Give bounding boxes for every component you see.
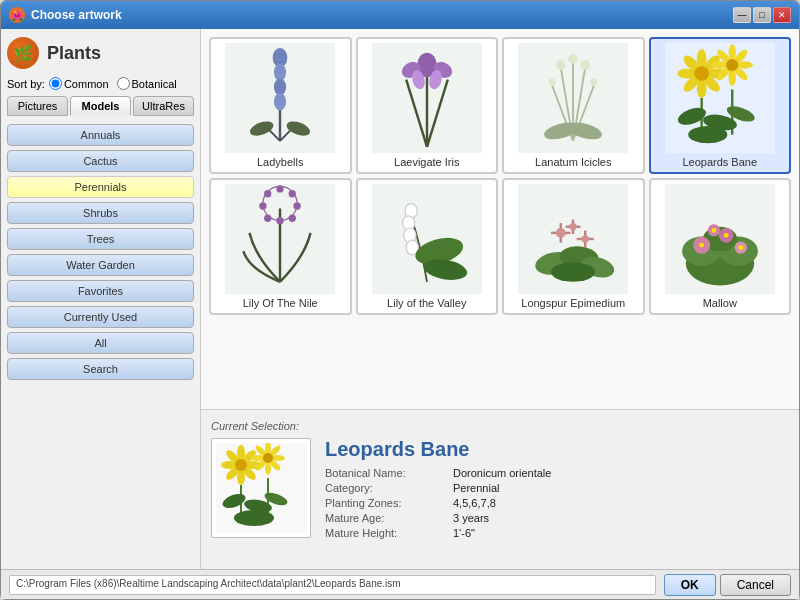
thumb-lily-of-valley (372, 184, 482, 294)
svg-point-98 (699, 243, 704, 248)
selection-content: Leopards Bane Botanical Name: Doronicum … (211, 438, 789, 539)
info-label-zones: Planting Zones: (325, 497, 445, 509)
info-label-category: Category: (325, 482, 445, 494)
sidebar-title: Plants (47, 43, 101, 64)
minimize-button[interactable]: — (733, 7, 751, 23)
grid-item-mallow[interactable]: Mallow (649, 178, 792, 315)
sidebar-item-annuals[interactable]: Annuals (7, 124, 194, 146)
window-icon: 🌺 (9, 7, 25, 23)
svg-point-67 (264, 190, 271, 197)
svg-point-60 (277, 185, 284, 192)
selection-panel: Current Selection: (201, 409, 799, 569)
svg-point-64 (277, 217, 284, 224)
sidebar-item-currently-used[interactable]: Currently Used (7, 306, 194, 328)
sidebar-item-cactus[interactable]: Cactus (7, 150, 194, 172)
content-area: 🌿 Plants Sort by: Common Botanical (1, 29, 799, 569)
label-leopards-bane: Leopards Bane (682, 156, 757, 168)
info-value-zones: 4,5,6,7,8 (453, 497, 789, 509)
info-value-age: 3 years (453, 512, 789, 524)
grid-item-leopards-bane[interactable]: Leopards Bane (649, 37, 792, 174)
selection-plant-name: Leopards Bane (325, 438, 789, 461)
grid-item-lanatum-icicles[interactable]: Lanatum Icicles (502, 37, 645, 174)
info-label-botanical: Botanical Name: (325, 467, 445, 479)
svg-point-41 (694, 66, 709, 81)
svg-point-25 (556, 60, 566, 70)
thumb-leopards-bane (665, 43, 775, 153)
svg-point-29 (590, 78, 597, 85)
selection-title-label: Current Selection: (211, 420, 789, 432)
plant-grid: Ladybells (201, 29, 799, 409)
selection-thumbnail (211, 438, 311, 538)
sidebar-item-trees[interactable]: Trees (7, 228, 194, 250)
svg-point-85 (582, 235, 589, 242)
svg-point-126 (234, 510, 274, 526)
svg-point-26 (568, 54, 578, 64)
thumb-lily-of-nile (225, 184, 335, 294)
label-lily-of-nile: Lily Of The Nile (243, 297, 318, 309)
svg-point-66 (259, 202, 266, 209)
sort-botanical[interactable]: Botanical (117, 77, 177, 90)
plants-icon: 🌿 (7, 37, 39, 69)
info-table: Botanical Name: Doronicum orientale Cate… (325, 467, 789, 539)
grid-container: Ladybells (209, 37, 791, 315)
thumb-lanatum-icicles (518, 43, 628, 153)
sidebar: 🌿 Plants Sort by: Common Botanical (1, 29, 201, 569)
window-title: Choose artwork (31, 8, 122, 22)
svg-point-4 (274, 78, 286, 95)
title-bar: 🌺 Choose artwork — □ ✕ (1, 1, 799, 29)
action-buttons: OK Cancel (664, 574, 791, 596)
svg-point-27 (581, 60, 591, 70)
sort-row: Sort by: Common Botanical (7, 77, 194, 90)
grid-item-ladybells[interactable]: Ladybells (209, 37, 352, 174)
sidebar-item-all[interactable]: All (7, 332, 194, 354)
grid-item-lily-of-nile[interactable]: Lily Of The Nile (209, 178, 352, 315)
svg-point-120 (263, 453, 273, 463)
sort-options: Common Botanical (49, 77, 177, 90)
info-value-botanical: Doronicum orientale (453, 467, 789, 479)
sidebar-item-favorites[interactable]: Favorites (7, 280, 194, 302)
svg-point-3 (274, 64, 286, 81)
svg-point-61 (289, 190, 296, 197)
title-bar-left: 🌺 Choose artwork (9, 7, 122, 23)
selection-info: Leopards Bane Botanical Name: Doronicum … (325, 438, 789, 539)
sort-common-label: Common (64, 78, 109, 90)
tab-models[interactable]: Models (70, 96, 131, 116)
thumb-mallow (665, 184, 775, 294)
svg-point-5 (274, 93, 286, 110)
thumb-laevigate-iris (372, 43, 482, 153)
file-path: C:\Program Files (x86)\Realtime Landscap… (9, 575, 656, 595)
sort-botanical-label: Botanical (132, 78, 177, 90)
thumb-ladybells (225, 43, 335, 153)
label-mallow: Mallow (703, 297, 737, 309)
svg-point-62 (294, 202, 301, 209)
maximize-button[interactable]: □ (753, 7, 771, 23)
svg-point-63 (289, 215, 296, 222)
close-button[interactable]: ✕ (773, 7, 791, 23)
sort-label: Sort by: (7, 78, 45, 90)
sidebar-item-perennials[interactable]: Perennials (7, 176, 194, 198)
bottom-bar: C:\Program Files (x86)\Realtime Landscap… (1, 569, 799, 599)
svg-point-28 (549, 78, 556, 85)
main-window: 🌺 Choose artwork — □ ✕ 🌿 Plants Sort by:… (0, 0, 800, 600)
svg-point-79 (551, 262, 595, 282)
sidebar-header: 🌿 Plants (7, 37, 194, 69)
tab-pictures[interactable]: Pictures (7, 96, 68, 116)
label-lanatum-icicles: Lanatum Icicles (535, 156, 611, 168)
ok-button[interactable]: OK (664, 574, 716, 596)
sidebar-item-water-garden[interactable]: Water Garden (7, 254, 194, 276)
grid-item-laevigate-iris[interactable]: Laevigate Iris (356, 37, 499, 174)
svg-point-82 (556, 228, 566, 238)
grid-item-lily-of-valley[interactable]: Lily of the Valley (356, 178, 499, 315)
tab-ultrares[interactable]: UltraRes (133, 96, 194, 116)
grid-item-longspur-epimedium[interactable]: Longspur Epimedium (502, 178, 645, 315)
info-label-height: Mature Height: (325, 527, 445, 539)
sidebar-item-shrubs[interactable]: Shrubs (7, 202, 194, 224)
sort-common[interactable]: Common (49, 77, 109, 90)
svg-point-56 (688, 126, 727, 143)
cancel-button[interactable]: Cancel (720, 574, 791, 596)
svg-point-50 (726, 59, 738, 71)
info-label-age: Mature Age: (325, 512, 445, 524)
svg-point-100 (738, 245, 743, 250)
label-ladybells: Ladybells (257, 156, 303, 168)
sidebar-item-search[interactable]: Search (7, 358, 194, 380)
